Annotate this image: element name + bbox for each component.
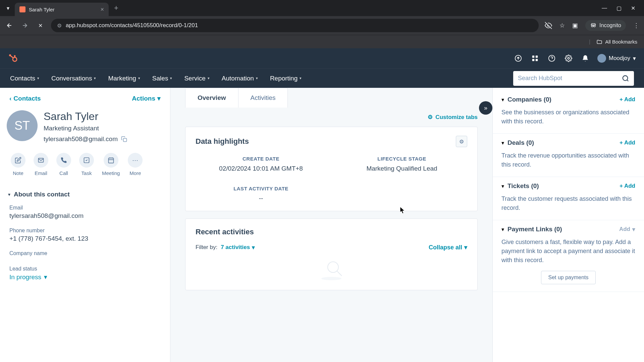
- companies-description: See the businesses or organizations asso…: [501, 108, 635, 126]
- collapse-sidebar-button[interactable]: »: [479, 101, 492, 115]
- companies-section-toggle[interactable]: ▾ Companies (0): [501, 96, 551, 103]
- global-search[interactable]: [513, 71, 634, 86]
- browser-menu-icon[interactable]: ⋮: [633, 22, 639, 29]
- email-field-label: Email: [9, 205, 161, 211]
- actions-dropdown[interactable]: Actions ▾: [132, 95, 161, 102]
- browser-tab[interactable]: Sarah Tyler ×: [15, 3, 109, 16]
- back-button[interactable]: [5, 21, 14, 30]
- svg-point-18: [328, 262, 338, 273]
- add-ticket-button[interactable]: + Add: [620, 183, 635, 189]
- incognito-icon: [590, 22, 597, 29]
- tab-list-dropdown[interactable]: ▾: [3, 3, 13, 13]
- url-text: app.hubspot.com/contacts/45105500/record…: [66, 22, 198, 29]
- chevron-down-icon: ▾: [501, 183, 504, 189]
- more-button[interactable]: ⋯More: [128, 153, 143, 176]
- svg-point-19: [321, 277, 341, 280]
- incognito-badge[interactable]: Incognito: [585, 20, 626, 31]
- stop-reload-button[interactable]: ✕: [36, 21, 45, 30]
- settings-icon[interactable]: [564, 54, 573, 63]
- svg-rect-15: [123, 138, 127, 142]
- call-button[interactable]: Call: [56, 153, 71, 176]
- help-icon[interactable]: [547, 54, 556, 63]
- last-activity-label: LAST ACTIVITY DATE: [196, 186, 326, 191]
- create-date-label: CREATE DATE: [196, 156, 326, 162]
- lifecycle-label: LIFECYCLE STAGE: [336, 156, 467, 162]
- add-company-button[interactable]: + Add: [620, 96, 635, 103]
- user-name: Moodjoy: [609, 55, 630, 62]
- svg-point-5: [14, 55, 16, 57]
- marketplace-icon[interactable]: [530, 54, 540, 63]
- tab-overview[interactable]: Overview: [185, 88, 238, 108]
- forward-button[interactable]: [20, 21, 30, 30]
- close-window-icon[interactable]: ✕: [631, 5, 635, 11]
- nav-reporting[interactable]: Reporting: [270, 75, 302, 82]
- phone-field-label: Phone number: [9, 228, 161, 234]
- search-icon[interactable]: [622, 75, 629, 82]
- notifications-icon[interactable]: [581, 54, 590, 63]
- tab-favicon-icon: [19, 6, 25, 12]
- all-bookmarks-button[interactable]: All Bookmarks: [596, 39, 637, 45]
- highlights-settings-button[interactable]: ⚙: [456, 136, 467, 147]
- search-input[interactable]: [518, 75, 622, 82]
- chevron-left-icon: ‹: [9, 95, 11, 102]
- svg-point-0: [591, 25, 593, 27]
- nav-conversations[interactable]: Conversations: [51, 75, 96, 82]
- collapse-all-button[interactable]: Collapse all ▾: [429, 244, 467, 251]
- lead-status-dropdown[interactable]: In progress ▾: [9, 273, 161, 281]
- minimize-icon[interactable]: —: [602, 5, 607, 11]
- bookmark-star-icon[interactable]: ☆: [559, 22, 565, 29]
- avatar-icon: [597, 54, 606, 63]
- side-panel-icon[interactable]: ▣: [572, 22, 578, 29]
- hubspot-logo-icon[interactable]: [8, 53, 18, 63]
- note-icon: [11, 153, 25, 168]
- tickets-description: Track the customer requests associated w…: [501, 194, 635, 213]
- svg-rect-11: [536, 59, 538, 61]
- task-icon: [79, 153, 94, 168]
- svg-rect-8: [532, 56, 534, 58]
- copy-email-icon[interactable]: [121, 136, 127, 142]
- nav-automation[interactable]: Automation: [222, 75, 258, 82]
- lifecycle-value: Marketing Qualified Lead: [336, 165, 467, 172]
- site-info-icon[interactable]: ⚙: [57, 22, 62, 29]
- tickets-section-toggle[interactable]: ▾ Tickets (0): [501, 182, 539, 190]
- nav-contacts[interactable]: Contacts: [10, 75, 39, 82]
- tab-title: Sarah Tyler: [29, 7, 97, 12]
- upgrade-icon[interactable]: [514, 54, 523, 63]
- address-bar[interactable]: ⚙ app.hubspot.com/contacts/45105500/reco…: [51, 19, 539, 32]
- more-icon: ⋯: [128, 153, 143, 168]
- recent-activities-title: Recent activities: [196, 228, 467, 236]
- email-field-value[interactable]: tylersarah508@gmail.com: [9, 212, 161, 220]
- customize-tabs-link[interactable]: ⚙ Customize tabs: [428, 114, 478, 121]
- setup-payments-button[interactable]: Set up payments: [541, 271, 595, 284]
- meeting-button[interactable]: Meeting: [102, 153, 120, 176]
- svg-point-13: [568, 57, 570, 59]
- note-button[interactable]: Note: [11, 153, 25, 176]
- nav-marketing[interactable]: Marketing: [108, 75, 140, 82]
- phone-icon: [56, 153, 71, 168]
- task-button[interactable]: Task: [79, 153, 94, 176]
- email-button[interactable]: Email: [34, 153, 48, 176]
- about-section-header[interactable]: ▾ About this contact: [0, 185, 170, 202]
- add-deal-button[interactable]: + Add: [620, 139, 635, 146]
- chevron-down-icon: ▾: [252, 244, 255, 251]
- back-to-contacts-link[interactable]: ‹ Contacts: [9, 95, 41, 102]
- deals-section-toggle[interactable]: ▾ Deals (0): [501, 139, 534, 146]
- payment-links-section-toggle[interactable]: ▾ Payment Links (0): [501, 226, 562, 233]
- nav-service[interactable]: Service: [184, 75, 209, 82]
- filter-activities-dropdown[interactable]: 7 activities ▾: [221, 244, 255, 251]
- chevron-down-icon: ▾: [157, 95, 161, 102]
- chevron-down-icon: ▾: [501, 226, 504, 233]
- add-payment-link-button[interactable]: Add ▾: [619, 226, 635, 233]
- phone-field-value[interactable]: +1 (778) 767-5454, ext. 123: [9, 235, 161, 242]
- svg-rect-17: [108, 158, 113, 163]
- nav-sales[interactable]: Sales: [152, 75, 172, 82]
- contact-email: tylersarah508@gmail.com: [44, 135, 118, 143]
- new-tab-button[interactable]: +: [110, 4, 122, 12]
- svg-rect-9: [536, 56, 538, 58]
- user-menu[interactable]: Moodjoy ▾: [597, 54, 636, 63]
- svg-line-4: [11, 56, 13, 58]
- maximize-icon[interactable]: ▢: [616, 5, 622, 11]
- eye-off-icon[interactable]: [545, 22, 552, 29]
- tab-activities[interactable]: Activities: [238, 88, 288, 108]
- close-tab-icon[interactable]: ×: [100, 6, 104, 13]
